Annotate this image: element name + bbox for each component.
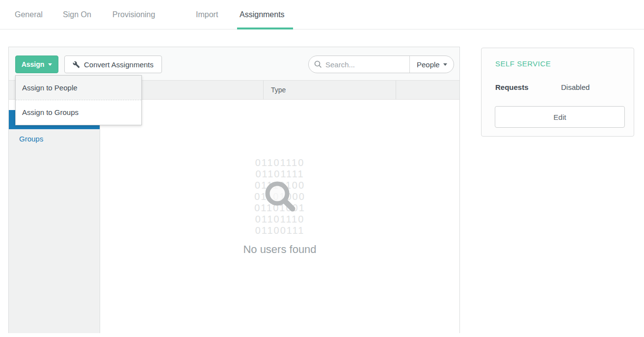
- search-scope-value: People: [417, 60, 440, 69]
- assignments-panel: Assign Convert Assignments P: [8, 47, 460, 333]
- binary-line: 01101110: [100, 214, 459, 225]
- requests-label: Requests: [495, 83, 529, 91]
- search-input[interactable]: [325, 60, 404, 69]
- assign-dropdown-menu: Assign to People Assign to Groups: [15, 75, 142, 125]
- wrench-icon: [73, 61, 80, 68]
- edit-button[interactable]: Edit: [495, 106, 625, 128]
- binary-line: 01101110: [100, 157, 459, 168]
- assign-button-label: Assign: [22, 60, 45, 68]
- sidebar-item-groups[interactable]: Groups: [9, 129, 100, 149]
- menu-item-assign-to-people[interactable]: Assign to People: [16, 76, 141, 100]
- column-header-type: Type: [263, 81, 396, 99]
- requests-row: Requests Disabled: [495, 83, 623, 91]
- sidebar-background: Groups: [9, 129, 100, 333]
- magnifier-icon: [262, 178, 298, 215]
- search-box: [309, 56, 409, 73]
- app-assignments-page: General Sign On Provisioning Import Assi…: [0, 0, 644, 337]
- search-bar: People: [308, 56, 454, 73]
- requests-status-value: Disabled: [561, 83, 590, 91]
- column-header-actions: [396, 81, 459, 99]
- empty-state-message: No users found: [100, 243, 459, 256]
- self-service-title: SELF SERVICE: [495, 59, 551, 68]
- assign-button[interactable]: Assign: [15, 56, 58, 73]
- tab-provisioning[interactable]: Provisioning: [112, 10, 155, 19]
- tab-general[interactable]: General: [15, 10, 43, 19]
- search-icon: [314, 60, 322, 68]
- menu-item-assign-to-groups[interactable]: Assign to Groups: [16, 100, 141, 125]
- tab-assignments[interactable]: Assignments: [240, 10, 285, 19]
- chevron-down-icon: [443, 63, 447, 66]
- binary-line: 01100111: [100, 225, 459, 236]
- tab-bar: General Sign On Provisioning Import Assi…: [0, 0, 644, 29]
- binary-art: 01101110 01101111 01110100 01101000 0110…: [100, 100, 459, 236]
- active-tab-underline: [237, 28, 293, 29]
- search-scope-dropdown[interactable]: People: [409, 56, 454, 73]
- chevron-down-icon: [48, 63, 52, 66]
- convert-assignments-button[interactable]: Convert Assignments: [64, 56, 162, 73]
- type-column-label: Type: [271, 86, 286, 94]
- empty-state-area: 01101110 01101111 01110100 01101000 0110…: [100, 100, 459, 333]
- tab-sign-on[interactable]: Sign On: [63, 10, 91, 19]
- convert-assignments-label: Convert Assignments: [84, 60, 154, 69]
- self-service-panel: SELF SERVICE Requests Disabled Edit: [481, 48, 634, 137]
- tab-import[interactable]: Import: [196, 10, 218, 19]
- sidebar: Groups: [9, 100, 100, 333]
